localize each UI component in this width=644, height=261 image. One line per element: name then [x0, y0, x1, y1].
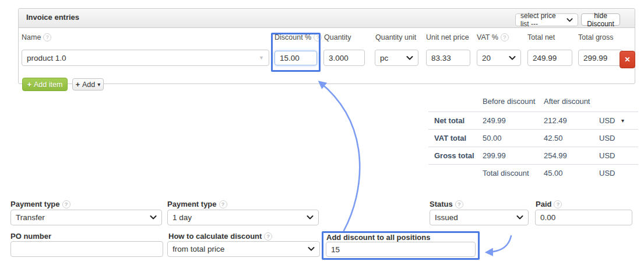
- chevron-down-icon: [406, 56, 413, 60]
- currency-label: USD: [599, 151, 615, 160]
- price-list-select-value: select price list ---: [520, 12, 563, 28]
- product-name-value: product 1.0: [27, 54, 66, 62]
- divider: [428, 164, 638, 165]
- chevron-down-icon: [516, 215, 523, 220]
- po-number-label: PO number: [10, 232, 51, 241]
- quantity-unit-select[interactable]: pc: [375, 50, 418, 66]
- summary-row-before: 249.99: [483, 116, 506, 125]
- help-icon[interactable]: ?: [501, 33, 509, 41]
- column-label-discount: Discount % ?: [275, 33, 322, 41]
- discount-method-label: How to calculate discount ?: [168, 232, 272, 241]
- summary-row-after: 254.99: [544, 151, 567, 160]
- invoice-form-page: Invoice entries select price list --- hi…: [0, 0, 644, 261]
- payment-type-label: Payment type ?: [10, 200, 71, 208]
- help-icon[interactable]: ?: [314, 33, 322, 41]
- help-icon[interactable]: ?: [264, 232, 272, 241]
- payment-term-label: Payment type ?: [167, 200, 227, 208]
- column-label-quantity-unit: Quantity unit: [375, 33, 416, 41]
- vat-select[interactable]: 20: [477, 50, 521, 66]
- divider: [428, 129, 638, 130]
- caret-down-icon: ▾: [97, 82, 100, 88]
- chevron-down-icon: [150, 215, 157, 220]
- discount-method-select[interactable]: from total price: [167, 241, 320, 257]
- payment-type-value: Transfer: [16, 213, 45, 222]
- chevron-down-icon: [509, 56, 516, 60]
- payment-term-select[interactable]: 1 day: [167, 210, 319, 225]
- plus-icon: +: [27, 81, 31, 89]
- summary-row-total-discount-value: 45.00: [544, 169, 563, 178]
- column-label-vat: VAT % ?: [477, 33, 509, 41]
- column-label-total-gross: Total gross: [578, 33, 613, 41]
- currency-caret-icon[interactable]: ▾: [621, 118, 624, 124]
- quantity-unit-value: pc: [380, 54, 388, 62]
- summary-row-label: Gross total: [434, 151, 474, 160]
- quantity-input[interactable]: [323, 50, 365, 66]
- plus-icon: +: [76, 81, 80, 89]
- summary-row-after: 212.49: [544, 116, 567, 125]
- hide-discount-button[interactable]: hide Discount: [581, 13, 620, 26]
- currency-label: USD: [599, 134, 615, 142]
- summary-row-total-discount-label: Total discount: [483, 169, 529, 178]
- close-icon: ✕: [624, 55, 630, 64]
- payment-type-select[interactable]: Transfer: [10, 210, 162, 225]
- discount-input[interactable]: [275, 51, 317, 65]
- status-label: Status ?: [430, 200, 463, 208]
- help-icon[interactable]: ?: [455, 200, 463, 208]
- panel-title: Invoice entries: [26, 13, 79, 22]
- summary-row-label: Net total: [434, 116, 464, 125]
- add-discount-input[interactable]: [326, 242, 476, 257]
- payment-term-value: 1 day: [173, 213, 192, 222]
- currency-label: USD: [599, 116, 615, 125]
- add-discount-label: Add discount to all positions: [326, 233, 430, 242]
- status-select[interactable]: Issued: [430, 210, 529, 225]
- add-dropdown-button[interactable]: + Add ▾: [72, 78, 104, 91]
- column-label-unit-net-price: Unit net price: [426, 33, 469, 41]
- total-net-input[interactable]: [527, 50, 572, 66]
- column-label-name: Name ?: [22, 33, 51, 41]
- product-name-select[interactable]: product 1.0 ▼: [22, 50, 269, 66]
- status-value: Issued: [435, 213, 458, 222]
- arrow-to-discount-field: [320, 82, 360, 231]
- column-label-total-net: Total net: [527, 33, 555, 41]
- currency-label: USD: [599, 169, 615, 178]
- summary-col-after-discount: After discount: [544, 97, 590, 106]
- unit-net-price-input[interactable]: [426, 50, 470, 66]
- discount-method-value: from total price: [173, 245, 224, 253]
- summary-row-before: 50.00: [483, 134, 502, 142]
- help-icon[interactable]: ?: [43, 33, 51, 41]
- add-item-button[interactable]: + Add item: [22, 78, 68, 91]
- summary-row-label: VAT total: [434, 134, 466, 142]
- chevron-down-icon: [308, 247, 315, 251]
- paid-label: Paid ?: [536, 200, 562, 208]
- column-label-quantity: Quantity: [324, 33, 351, 41]
- delete-row-button[interactable]: ✕: [620, 51, 635, 68]
- chevron-down-icon: [566, 18, 573, 22]
- divider: [428, 147, 638, 147]
- paid-input[interactable]: [535, 210, 632, 225]
- summary-row-before: 299.99: [483, 151, 506, 160]
- chevron-down-icon: [307, 215, 314, 220]
- summary-col-before-discount: Before discount: [483, 97, 535, 106]
- help-icon[interactable]: ?: [219, 200, 227, 208]
- arrow-to-add-discount-input: [487, 236, 511, 252]
- price-list-select[interactable]: select price list ---: [515, 13, 578, 26]
- vat-value: 20: [482, 54, 491, 62]
- po-number-input[interactable]: [10, 241, 163, 257]
- help-icon[interactable]: ?: [62, 200, 71, 208]
- summary-row-after: 42.50: [544, 134, 563, 142]
- help-icon[interactable]: ?: [554, 200, 562, 208]
- divider: [428, 112, 638, 112]
- total-gross-input[interactable]: [578, 50, 623, 66]
- triangle-down-icon: ▼: [259, 55, 264, 61]
